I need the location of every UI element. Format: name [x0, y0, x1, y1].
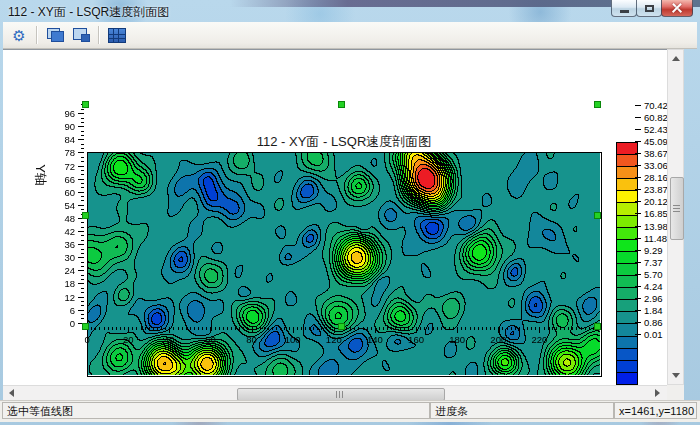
cascade-windows-button[interactable]	[43, 24, 67, 46]
colorbar-tick	[635, 141, 641, 142]
x-tick	[502, 327, 503, 330]
y-axis-title: Y轴	[31, 164, 49, 186]
x-tick	[178, 327, 179, 330]
x-tick	[515, 327, 516, 330]
colorbar-band	[617, 239, 637, 251]
maximize-icon	[645, 5, 654, 12]
x-tick	[548, 327, 549, 330]
settings-button[interactable]: ⚙	[7, 24, 31, 46]
x-tick	[494, 327, 495, 330]
x-tick	[104, 327, 105, 330]
colorbar-label: 38.67	[644, 148, 668, 159]
x-tick	[313, 327, 314, 330]
y-tick	[78, 310, 84, 311]
colorbar-label: 1.84	[644, 305, 663, 316]
y-tick-label: 6	[45, 305, 75, 316]
y-tick-label: 66	[45, 174, 75, 185]
x-tick	[453, 327, 454, 330]
y-tick-label: 90	[45, 121, 75, 132]
window-controls	[612, 0, 693, 19]
colorbar-band	[617, 166, 637, 178]
y-tick	[81, 183, 84, 184]
close-button[interactable]	[661, 0, 693, 17]
colorbar-band	[617, 323, 637, 335]
selection-handle[interactable]	[82, 323, 89, 330]
titlebar[interactable]: 112 - XY面 - LSQR速度剖面图	[0, 0, 700, 22]
y-tick	[78, 283, 84, 284]
x-tick	[354, 327, 355, 330]
vertical-scroll-thumb[interactable]	[670, 177, 684, 240]
scroll-down-icon[interactable]	[672, 373, 680, 378]
x-tick	[375, 327, 376, 333]
x-tick-label: 180	[442, 334, 472, 345]
x-tick	[186, 327, 187, 330]
colorbar-tick	[635, 177, 641, 178]
x-tick	[539, 327, 540, 333]
close-icon	[671, 2, 683, 14]
colorbar-band	[617, 311, 637, 323]
y-tick	[81, 262, 84, 263]
x-tick	[449, 327, 450, 330]
y-tick	[81, 275, 84, 276]
colorbar-label: 45.09	[644, 136, 668, 147]
selection-handle[interactable]	[594, 101, 601, 108]
x-tick	[465, 327, 466, 330]
colorbar-label: 2.96	[644, 293, 663, 304]
selection-handle[interactable]	[82, 101, 89, 108]
horizontal-scrollbar[interactable]	[3, 385, 667, 401]
selection-handle[interactable]	[594, 212, 601, 219]
x-tick	[350, 327, 351, 330]
x-tick	[556, 327, 557, 330]
x-tick	[202, 327, 203, 330]
scroll-grip-icon	[673, 205, 680, 206]
x-tick	[141, 327, 142, 330]
colorbar-label: 11.48	[644, 233, 667, 244]
maximize-button[interactable]	[636, 0, 662, 17]
scroll-left-icon[interactable]	[9, 389, 14, 397]
x-tick	[161, 327, 162, 330]
y-tick-label: 18	[45, 278, 75, 289]
vertical-scrollbar[interactable]	[667, 49, 684, 385]
x-tick	[112, 327, 113, 330]
x-tick	[482, 327, 483, 330]
colorbar-tick	[635, 238, 641, 239]
selection-handle[interactable]	[338, 101, 345, 108]
y-tick	[81, 131, 84, 132]
y-tick-label: 60	[45, 187, 75, 198]
tile-windows-button[interactable]	[69, 24, 93, 46]
x-tick	[210, 327, 211, 333]
colorbar-band	[617, 287, 637, 299]
colorbar-tick	[635, 189, 641, 190]
grid-view-button[interactable]	[105, 24, 129, 46]
minimize-button[interactable]	[611, 0, 637, 17]
colorbar-label: 9.29	[644, 245, 663, 256]
x-tick	[305, 327, 306, 330]
colorbar-label: 7.37	[644, 257, 663, 268]
scroll-up-icon[interactable]	[672, 56, 680, 61]
colorbar-label: 20.12	[644, 196, 668, 207]
selection-handle[interactable]	[594, 323, 601, 330]
colorbar-label: 60.82	[644, 112, 668, 123]
app-window: 112 - XY面 - LSQR速度剖面图 ⚙ 112 - XY面 - LSQR…	[0, 0, 700, 425]
x-tick	[272, 327, 273, 330]
colorbar-tick	[635, 298, 641, 299]
colorbar-label: 16.85	[644, 208, 668, 219]
x-tick	[95, 327, 96, 330]
x-tick	[498, 327, 499, 333]
status-progress-text: 进度条	[430, 402, 614, 419]
y-tick	[81, 170, 84, 171]
x-tick	[400, 327, 401, 330]
x-tick	[239, 327, 240, 330]
colorbar-band	[617, 202, 637, 214]
y-tick	[81, 109, 84, 110]
x-tick	[330, 327, 331, 330]
colorbar-tick	[635, 286, 641, 287]
scroll-right-icon[interactable]	[655, 389, 660, 397]
selection-handle[interactable]	[338, 323, 345, 330]
selection-handle[interactable]	[82, 212, 89, 219]
y-tick-label: 24	[45, 265, 75, 276]
x-tick-label: 60	[195, 334, 225, 345]
y-tick	[81, 174, 84, 175]
x-tick	[346, 327, 347, 330]
x-tick	[227, 327, 228, 330]
